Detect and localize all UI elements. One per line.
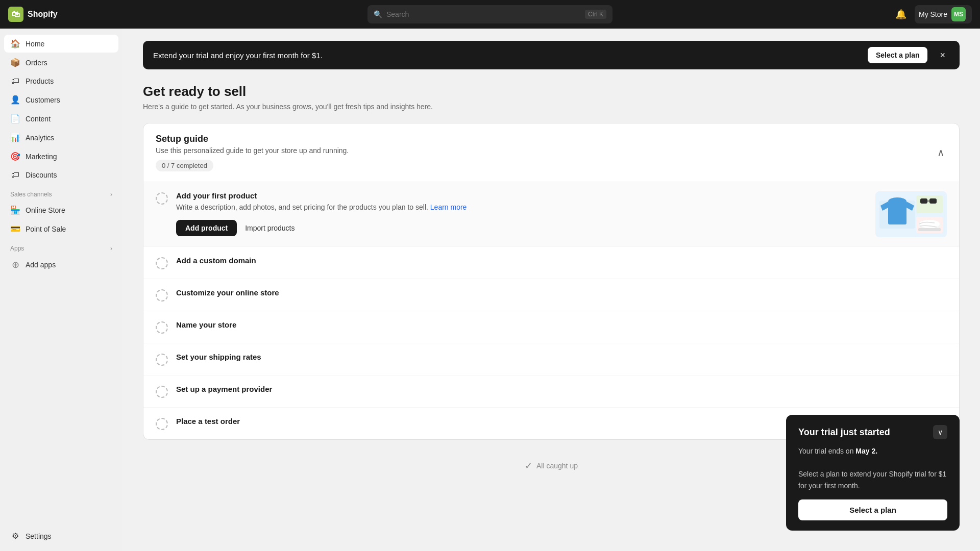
setup-item-content: Add a custom domain — [176, 256, 947, 265]
store-menu-button[interactable]: My Store MS — [915, 5, 972, 23]
setup-item-content: Add your first product Write a descripti… — [176, 191, 867, 236]
setup-item-title: Add a custom domain — [176, 256, 947, 265]
sidebar-item-analytics[interactable]: 📊 Analytics — [4, 129, 118, 146]
setup-item-content: Set up a payment provider — [176, 385, 947, 393]
all-caught-up-label: All caught up — [536, 462, 578, 470]
sidebar-item-label: Customers — [26, 96, 60, 104]
sidebar-item-label: Content — [26, 115, 51, 123]
trial-banner-text: Extend your trial and enjoy your first m… — [153, 51, 860, 60]
setup-item-payment-provider[interactable]: Set up a payment provider — [143, 375, 959, 408]
store-name: My Store — [919, 10, 947, 18]
setup-check-custom-domain — [156, 257, 168, 269]
learn-more-link[interactable]: Learn more — [430, 203, 467, 211]
home-icon: 🏠 — [10, 39, 20, 48]
logo-text: shopify — [28, 10, 58, 19]
setup-item-add-product[interactable]: Add your first product Write a descripti… — [143, 182, 959, 247]
sidebar-item-label: Home — [26, 40, 44, 48]
page-title: Get ready to sell — [143, 84, 960, 99]
setup-item-desc: Write a description, add photos, and set… — [176, 202, 867, 213]
svg-rect-13 — [918, 228, 941, 231]
sidebar-item-point-of-sale[interactable]: 💳 Point of Sale — [4, 220, 118, 238]
setup-check-test-order — [156, 418, 168, 430]
setup-check-add-product — [156, 192, 168, 205]
import-products-button[interactable]: Import products — [243, 220, 297, 236]
trial-toast-collapse-button[interactable]: ∨ — [933, 425, 947, 439]
setup-item-content: Customize your online store — [176, 288, 947, 297]
setup-item-content: Set your shipping rates — [176, 353, 947, 361]
setup-guide-title: Setup guide — [156, 134, 349, 144]
sidebar-item-marketing[interactable]: 🎯 Marketing — [4, 147, 118, 165]
setup-item-shipping-rates[interactable]: Set your shipping rates — [143, 343, 959, 375]
setup-guide-card: Setup guide Use this personalized guide … — [143, 123, 960, 440]
setup-progress-badge: 0 / 7 completed — [156, 160, 213, 171]
setup-check-shipping-rates — [156, 354, 168, 366]
add-apps-icon: ⊕ — [10, 259, 20, 270]
online-store-icon: 🏪 — [10, 205, 20, 215]
sidebar-item-discounts[interactable]: 🏷 Discounts — [4, 166, 118, 184]
sidebar-item-customers[interactable]: 👤 Customers — [4, 91, 118, 109]
setup-item-custom-domain[interactable]: Add a custom domain — [143, 247, 959, 279]
setup-item-title: Set up a payment provider — [176, 385, 947, 393]
setup-card-header-left: Setup guide Use this personalized guide … — [156, 134, 349, 171]
sidebar-item-label: Add apps — [26, 261, 56, 269]
notifications-button[interactable]: 🔔 — [893, 7, 909, 22]
sidebar-item-home[interactable]: 🏠 Home — [4, 35, 118, 53]
trial-toast-body: Your trial ends on May 2. Select a plan … — [798, 445, 947, 491]
search-shortcut: Ctrl K — [585, 10, 606, 19]
trial-toast-select-plan-button[interactable]: Select a plan — [798, 499, 947, 520]
trial-toast-header: Your trial just started ∨ — [798, 425, 947, 439]
select-plan-button-banner[interactable]: Select a plan — [868, 47, 928, 63]
setup-item-title: Customize your online store — [176, 288, 947, 297]
sidebar-item-label: Settings — [26, 532, 52, 540]
trial-toast: Your trial just started ∨ Your trial end… — [786, 415, 960, 531]
analytics-icon: 📊 — [10, 133, 20, 142]
sidebar-item-label: Discounts — [26, 171, 57, 179]
orders-icon: 📦 — [10, 58, 20, 67]
svg-rect-7 — [920, 198, 927, 204]
marketing-icon: 🎯 — [10, 152, 20, 161]
setup-guide-collapse-button[interactable]: ∧ — [935, 144, 947, 161]
setup-item-title: Name your store — [176, 320, 947, 329]
sidebar-item-settings[interactable]: ⚙ Settings — [4, 527, 118, 545]
setup-item-title: Add your first product — [176, 191, 867, 200]
sidebar-item-content[interactable]: 📄 Content — [4, 110, 118, 128]
sidebar-item-add-apps[interactable]: ⊕ Add apps — [4, 255, 118, 274]
sidebar-item-label: Analytics — [26, 134, 54, 142]
sidebar-item-products[interactable]: 🏷 Products — [4, 72, 118, 90]
sidebar-item-label: Point of Sale — [26, 225, 66, 233]
content-icon: 📄 — [10, 114, 20, 123]
sidebar-item-online-store[interactable]: 🏪 Online Store — [4, 201, 118, 219]
sidebar-bottom: ⚙ Settings — [4, 527, 118, 545]
setup-item-actions: Add product Import products — [176, 220, 867, 236]
trial-banner: Extend your trial and enjoy your first m… — [143, 41, 960, 69]
setup-check-name-store — [156, 321, 168, 334]
setup-card-header: Setup guide Use this personalized guide … — [143, 123, 959, 182]
top-nav: 🛍 shopify 🔍 Ctrl K 🔔 My Store MS — [0, 0, 980, 29]
sidebar-item-label: Orders — [26, 59, 47, 67]
sidebar-item-orders[interactable]: 📦 Orders — [4, 54, 118, 71]
setup-item-customize-store[interactable]: Customize your online store — [143, 279, 959, 311]
discounts-icon: 🏷 — [10, 170, 20, 180]
setup-item-title: Set your shipping rates — [176, 353, 947, 361]
sales-channels-expand-icon[interactable]: › — [110, 191, 112, 198]
check-circle-icon: ✓ — [525, 460, 532, 471]
banner-close-button[interactable]: × — [936, 48, 949, 63]
search-icon: 🔍 — [374, 10, 382, 18]
product-illustration — [875, 191, 947, 237]
logo-area: 🛍 shopify — [8, 7, 100, 22]
search-bar: 🔍 Ctrl K — [368, 5, 612, 23]
setup-item-name-store[interactable]: Name your store — [143, 311, 959, 343]
add-product-button[interactable]: Add product — [176, 220, 237, 236]
products-icon: 🏷 — [10, 77, 20, 86]
apps-section: Apps › — [4, 239, 118, 254]
svg-rect-3 — [888, 202, 906, 224]
customers-icon: 👤 — [10, 95, 20, 105]
search-input[interactable] — [386, 10, 581, 18]
point-of-sale-icon: 💳 — [10, 224, 20, 234]
setup-item-content: Name your store — [176, 320, 947, 329]
setup-guide-description: Use this personalized guide to get your … — [156, 146, 349, 155]
apps-expand-icon[interactable]: › — [110, 245, 112, 252]
page-subtitle: Here's a guide to get started. As your b… — [143, 103, 960, 111]
nav-right: 🔔 My Store MS — [893, 5, 972, 23]
sidebar: 🏠 Home 📦 Orders 🏷 Products 👤 Customers 📄… — [0, 29, 122, 551]
